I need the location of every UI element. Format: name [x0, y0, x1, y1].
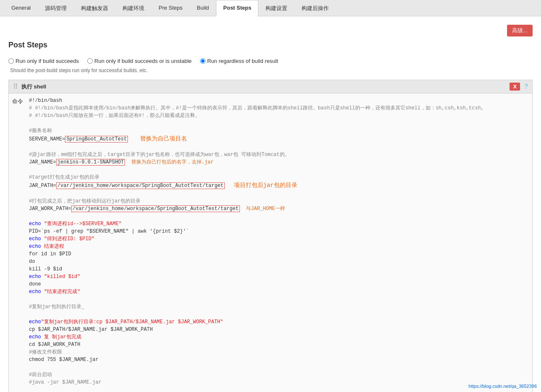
shell-command-label: 命令 [12, 97, 29, 392]
tab-post-build[interactable]: 构建后操作 [294, 0, 336, 16]
advanced-button[interactable]: 高级... [507, 25, 533, 36]
tab-triggers[interactable]: 构建触发器 [74, 0, 115, 16]
tab-build[interactable]: Build [190, 0, 216, 16]
tab-post-steps[interactable]: Post Steps [216, 0, 258, 16]
radio-option-1[interactable]: Run only if build succeeds [8, 58, 79, 64]
radio-input-3[interactable] [200, 58, 205, 64]
advanced-btn-container: 高级... [8, 25, 533, 36]
main-content: 高级... Post Steps Run only if build succe… [0, 16, 541, 392]
radio-label-2: Run only if build succeeds or is unstabl… [94, 58, 192, 64]
tab-general[interactable]: General [4, 0, 38, 16]
page-title: Post Steps [8, 41, 533, 49]
nav-tabs: General 源码管理 构建触发器 构建环境 Pre Steps Build … [0, 0, 541, 16]
shell-content: 命令 #!/bin/bash # #!/bin/bash是指此脚本使用/bin/… [9, 93, 532, 392]
shell-block: ⠿ 执行 shell X ? 命令 #!/bin/bash # #!/bin/b… [8, 80, 533, 392]
shell-header-left: ⠿ 执行 shell [13, 83, 46, 91]
shell-delete-button[interactable]: X [510, 83, 520, 91]
radio-option-3[interactable]: Run regardless of build result [200, 58, 278, 64]
shell-code-area[interactable]: #!/bin/bash # #!/bin/bash是指此脚本使用/bin/bas… [29, 97, 529, 392]
tab-pre-steps[interactable]: Pre Steps [151, 0, 190, 16]
radio-hint: Should the post-build steps run only for… [10, 67, 533, 73]
radio-label-3: Run regardless of build result [207, 58, 278, 64]
footer-link: https://blog.csdn.net/qa_3652396 [468, 384, 537, 389]
radio-label-1: Run only if build succeeds [16, 58, 79, 64]
radio-input-1[interactable] [8, 58, 14, 64]
shell-title: 执行 shell [21, 83, 46, 91]
radio-group: Run only if build succeeds Run only if b… [8, 58, 533, 64]
help-icon[interactable]: ? [524, 83, 528, 91]
drag-handle-icon: ⠿ [13, 83, 18, 91]
tab-scm[interactable]: 源码管理 [38, 0, 74, 16]
radio-input-2[interactable] [87, 58, 93, 64]
radio-option-2[interactable]: Run only if build succeeds or is unstabl… [87, 58, 192, 64]
tab-env[interactable]: 构建环境 [115, 0, 151, 16]
tab-settings[interactable]: 构建设置 [258, 0, 294, 16]
shell-header: ⠿ 执行 shell X ? [9, 80, 532, 93]
